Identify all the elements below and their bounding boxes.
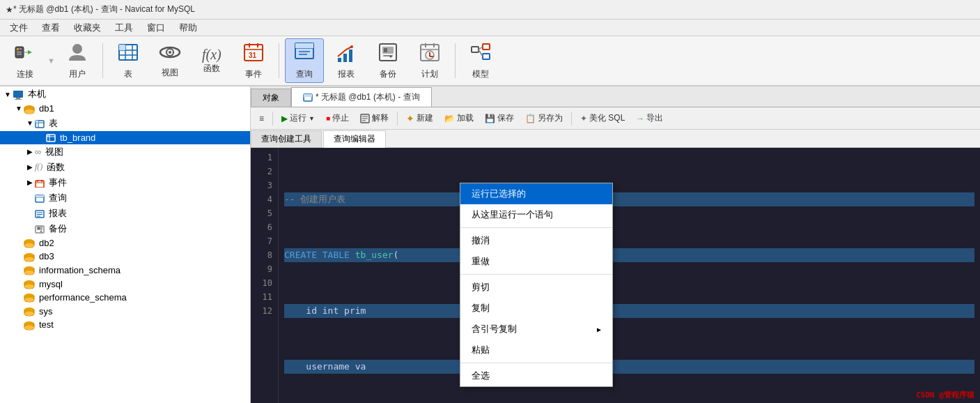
line-numbers: 1 2 3 4 5 6 7 8 9 10 11 12 [251, 148, 279, 403]
svg-point-34 [389, 56, 391, 58]
toolbar-view[interactable]: 视图 [150, 38, 189, 83]
svg-point-74 [40, 230, 42, 232]
watermark: CSDN @管程序猿 [916, 390, 974, 400]
tab-objects[interactable]: 对象 [251, 89, 291, 107]
ctx-redo-label: 重做 [472, 255, 490, 268]
svg-rect-25 [295, 43, 313, 48]
ctx-undo[interactable]: 撤消 [460, 230, 612, 251]
sidebar-item-table-group[interactable]: ▼ 表 [0, 116, 250, 131]
toolbar-table[interactable]: 表 [109, 38, 148, 83]
beautify-button[interactable]: ✦ 美化 SQL [576, 111, 629, 126]
sidebar-item-mysql[interactable]: mysql [0, 277, 250, 291]
sidebar-item-test[interactable]: test [0, 318, 250, 332]
toolbar-query[interactable]: 查询 [285, 38, 324, 83]
line-num-10: 10 [251, 276, 272, 290]
toolbar-user[interactable]: 用户 [58, 38, 97, 83]
line-num-5: 5 [251, 206, 272, 220]
toolbar-report[interactable]: 报表 [327, 38, 366, 83]
sub-tab-editor[interactable]: 查询编辑器 [323, 130, 386, 148]
svg-point-29 [350, 45, 353, 48]
code-editor[interactable]: 1 2 3 4 5 6 7 8 9 10 11 12 -- 创建用户表 [251, 148, 980, 403]
tab-query[interactable]: * 无标题 @db1 (本机) - 查询 [291, 87, 432, 107]
toolbar-report-label: 报表 [338, 68, 355, 80]
save-as-button[interactable]: 📋 另存为 [521, 111, 567, 126]
toolbar-connect[interactable]: 连接 [6, 38, 45, 83]
ctx-sep-1 [460, 227, 612, 228]
sidebar-item-perf-schema[interactable]: performance_schema [0, 291, 250, 305]
menu-window[interactable]: 窗口 [140, 20, 172, 36]
line-num-11: 11 [251, 290, 272, 304]
menu-toggle-button[interactable]: ≡ [255, 112, 268, 125]
ctx-redo[interactable]: 重做 [460, 251, 612, 272]
menu-favorites[interactable]: 收藏夹 [67, 20, 108, 36]
table-group-icon [35, 118, 45, 128]
ctx-cut-label: 剪切 [472, 281, 490, 294]
sidebar-item-query[interactable]: 查询 [0, 190, 250, 206]
menu-tools[interactable]: 工具 [108, 20, 140, 36]
load-button[interactable]: 📂 加载 [440, 111, 478, 126]
save-icon: 💾 [485, 114, 495, 123]
ctx-copy-quote[interactable]: 含引号复制 ▶ [460, 319, 612, 340]
run-icon: ▶ [281, 114, 288, 123]
func-group-label: 函数 [47, 161, 65, 174]
line-num-2: 2 [251, 165, 272, 178]
ctx-copy[interactable]: 复制 [460, 298, 612, 319]
sidebar-item-db1[interactable]: ▼ db1 [0, 102, 250, 116]
arrow-table-group: ▼ [25, 119, 35, 127]
backup-icon [377, 41, 399, 67]
menu-view[interactable]: 查看 [35, 20, 67, 36]
model-icon [469, 41, 492, 67]
explain-label: 解释 [372, 112, 389, 124]
ctx-run-current[interactable]: 从这里运行一个语句 [460, 204, 612, 225]
run-button[interactable]: ▶ 运行 ▼ [277, 111, 319, 126]
stop-button[interactable]: ■ 停止 [322, 111, 353, 126]
stop-icon: ■ [326, 114, 330, 122]
main-layout: ▼ 本机 ▼ db1 [0, 86, 980, 403]
new-button[interactable]: ✦ 新建 [402, 111, 437, 126]
title-bar-text: * 无标题 @db1 (本机) - 查询 - Navicat for MySQL [13, 3, 195, 15]
ctx-cut[interactable]: 剪切 [460, 277, 612, 298]
sidebar-item-sys[interactable]: sys [0, 304, 250, 318]
sidebar-item-backup[interactable]: 备份 [0, 221, 250, 236]
sidebar-item-tb-brand[interactable]: tb_brand [0, 131, 250, 144]
code-content[interactable]: -- 创建用户表 CREATE TABLE tb_user( id int pr… [279, 148, 980, 403]
menu-file[interactable]: 文件 [3, 20, 35, 36]
toolbar-schedule[interactable]: 计划 [410, 38, 449, 83]
ctx-select-all-label: 全选 [472, 370, 490, 382]
arrow-event: ▶ [25, 178, 35, 186]
func-group-icon: f() [35, 162, 42, 172]
user-icon [66, 41, 88, 67]
sidebar-item-view-group[interactable]: ▶ ∞ 视图 [0, 144, 250, 160]
toolbar-func[interactable]: f(x) 函数 [192, 38, 231, 83]
export-button[interactable]: → 导出 [632, 111, 667, 126]
toolbar-backup[interactable]: 备份 [368, 38, 407, 83]
db1-label: db1 [39, 103, 54, 114]
ctx-paste[interactable]: 粘贴 [460, 340, 612, 360]
toolbar-table-label: 表 [124, 68, 132, 80]
svg-point-84 [24, 298, 34, 302]
sidebar-item-db2[interactable]: db2 [0, 236, 250, 250]
sidebar-item-db3[interactable]: db3 [0, 250, 250, 264]
sidebar-item-info-schema[interactable]: information_schema [0, 264, 250, 277]
explain-button[interactable]: 解释 [356, 111, 393, 126]
sidebar-item-event-group[interactable]: ▶ 事件 [0, 175, 250, 190]
ctx-run-selected[interactable]: 运行已选择的 [460, 183, 612, 204]
toolbar-event[interactable]: 31 事件 [234, 38, 273, 83]
sidebar-item-report[interactable]: 报表 [0, 206, 250, 221]
sidebar-item-local[interactable]: ▼ 本机 [0, 86, 250, 102]
connect-icon [14, 41, 36, 67]
db3-icon [24, 251, 35, 262]
run-label: 运行 [290, 112, 306, 124]
svg-line-46 [479, 50, 483, 56]
sys-icon [24, 305, 35, 317]
save-button[interactable]: 💾 保存 [481, 111, 518, 126]
code-line-2: CREATE TABLE tb_user( [284, 248, 974, 262]
sidebar-item-func-group[interactable]: ▶ f() 函数 [0, 160, 250, 175]
ctx-select-all[interactable]: 全选 [460, 365, 612, 386]
toolbar-model[interactable]: 模型 [461, 38, 500, 83]
svg-rect-27 [343, 54, 347, 62]
menu-help[interactable]: 帮助 [172, 20, 204, 36]
table-icon [117, 41, 139, 67]
toolbar-event-label: 事件 [245, 68, 262, 80]
sub-tab-builder[interactable]: 查询创建工具 [251, 130, 322, 147]
